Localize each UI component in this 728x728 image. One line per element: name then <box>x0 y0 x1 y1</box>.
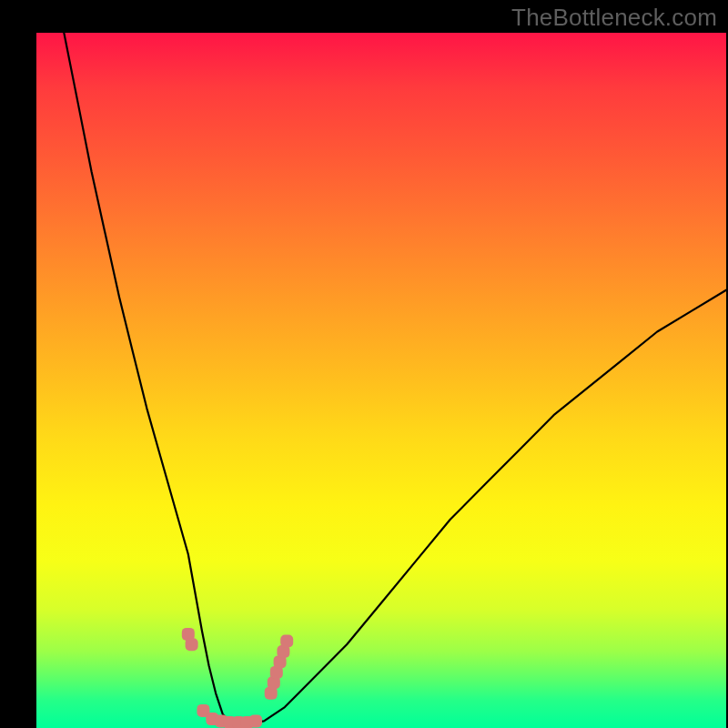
bottleneck-curve-path <box>64 33 726 724</box>
watermark-text: TheBottleneck.com <box>511 4 717 32</box>
plot-area <box>36 33 726 728</box>
chart-frame: TheBottleneck.com <box>0 0 728 728</box>
curve-marker <box>186 638 198 651</box>
curve-marker <box>249 714 262 727</box>
curve-svg <box>36 33 726 728</box>
curve-marker <box>280 635 293 648</box>
bottleneck-curve <box>64 33 726 724</box>
